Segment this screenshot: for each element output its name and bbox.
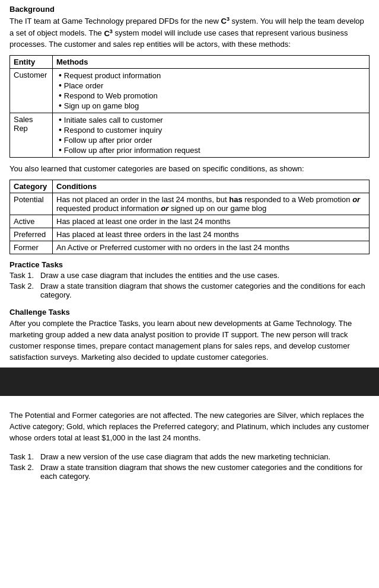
page: Background The IT team at Game Technolog… [0, 0, 379, 588]
list-item: Place order [56, 81, 365, 90]
task-number: Task 1. [9, 452, 38, 461]
salesrep-methods: Initiate sales call to customer Respond … [53, 113, 370, 158]
task-text: Draw a state transition diagram that sho… [40, 463, 370, 481]
task-number: Task 2. [9, 282, 38, 299]
customer-methods: Request product information Place order … [53, 69, 370, 113]
practice-tasks-title: Practice Tasks [9, 260, 370, 269]
entity-salesrep: Sales Rep [10, 113, 53, 158]
category-potential: Potential [10, 193, 53, 215]
list-item: Initiate sales call to customer [56, 115, 365, 124]
background-intro: The IT team at Game Technology prepared … [9, 15, 370, 50]
task-text: Draw a use case diagram that includes th… [40, 271, 370, 280]
table-row: Sales Rep Initiate sales call to custome… [10, 113, 370, 158]
challenge-tasks-title: Challenge Tasks [9, 308, 370, 317]
list-item: Task 1. Draw a new version of the use ca… [9, 452, 370, 461]
challenge-tasks-intro: After you complete the Practice Tasks, y… [9, 318, 370, 363]
table-row: Customer Request product information Pla… [10, 69, 370, 113]
dark-bar [0, 368, 379, 396]
practice-tasks-section: Practice Tasks Task 1. Draw a use case d… [9, 260, 370, 299]
category-active: Active [10, 215, 53, 228]
task-text: Draw a state transition diagram that sho… [40, 282, 370, 299]
conditions-potential: Has not placed an order in the last 24 m… [53, 193, 370, 215]
task-number: Task 2. [9, 463, 38, 481]
list-item: Follow up after prior information reques… [56, 145, 365, 155]
task-text: Draw a new version of the use case diagr… [40, 452, 370, 461]
background-section: Background The IT team at Game Technolog… [9, 5, 370, 50]
list-item: Respond to customer inquiry [56, 125, 365, 135]
task-number: Task 1. [9, 271, 38, 280]
table-row: Preferred Has placed at least three orde… [10, 228, 370, 241]
bottom-paragraph: The Potential and Former categories are … [9, 410, 370, 444]
list-item: Follow up after prior order [56, 135, 365, 145]
category-header: Category [10, 180, 53, 193]
challenge-tasks-section: Challenge Tasks After you complete the P… [9, 308, 370, 363]
top-content-area: Background The IT team at Game Technolog… [0, 0, 379, 363]
list-item: Respond to Web promotion [56, 91, 365, 100]
list-item: Sign up on game blog [56, 101, 365, 110]
category-former: Former [10, 241, 53, 254]
categories-intro: You also learned that customer categorie… [9, 164, 370, 175]
challenge-task-list: Task 1. Draw a new version of the use ca… [9, 452, 370, 481]
bottom-content-area: The Potential and Former categories are … [0, 396, 379, 481]
table-row: Active Has placed at least one order in … [10, 215, 370, 228]
list-item: Task 1. Draw a use case diagram that inc… [9, 271, 370, 280]
category-preferred: Preferred [10, 228, 53, 241]
entity-customer: Customer [10, 69, 53, 113]
conditions-former: An Active or Preferred customer with no … [53, 241, 370, 254]
entities-table: Entity Methods Customer Request product … [9, 55, 370, 158]
conditions-header: Conditions [53, 180, 370, 193]
entity-header: Entity [10, 56, 53, 69]
list-item: Task 2. Draw a state transition diagram … [9, 282, 370, 299]
categories-table: Category Conditions Potential Has not pl… [9, 180, 370, 254]
conditions-active: Has placed at least one order in the las… [53, 215, 370, 228]
practice-task-list: Task 1. Draw a use case diagram that inc… [9, 271, 370, 299]
list-item: Request product information [56, 71, 365, 80]
background-title: Background [9, 5, 370, 14]
conditions-preferred: Has placed at least three orders in the … [53, 228, 370, 241]
table-row: Former An Active or Preferred customer w… [10, 241, 370, 254]
list-item: Task 2. Draw a state transition diagram … [9, 463, 370, 481]
methods-header: Methods [53, 56, 370, 69]
table-row: Potential Has not placed an order in the… [10, 193, 370, 215]
